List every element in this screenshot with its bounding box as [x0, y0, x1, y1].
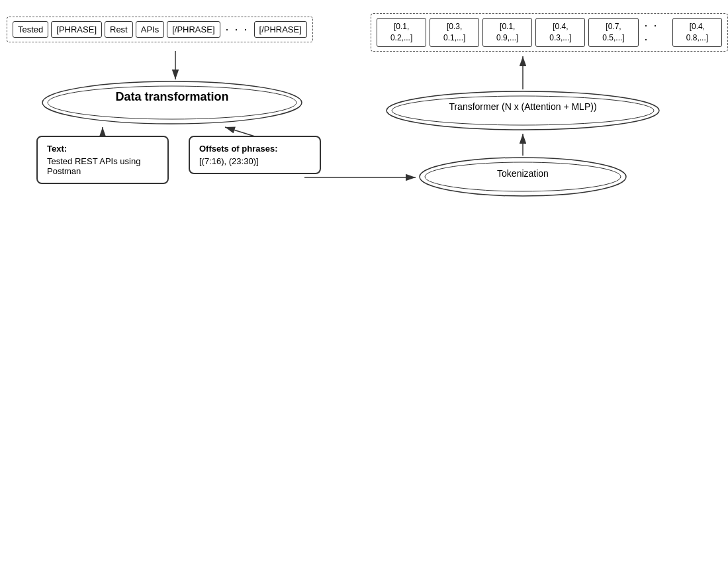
- token-phrase-close: [/PHRASE]: [167, 21, 220, 38]
- token-phrase-open: [PHRASE]: [51, 21, 102, 38]
- embed-1: [0.3, 0.1,...]: [430, 18, 479, 47]
- token-rest: Rest: [105, 21, 133, 38]
- token-phrase-close2: [/PHRASE]: [254, 21, 307, 38]
- data-transformation-ellipse: [40, 79, 304, 126]
- token-dots: · · ·: [223, 23, 251, 36]
- svg-point-3: [392, 96, 654, 125]
- diagram-container: Tested [PHRASE] Rest APIs [/PHRASE] · · …: [0, 7, 728, 271]
- svg-line-10: [225, 127, 255, 136]
- embed-4: [0.7, 0.5,...]: [588, 18, 638, 47]
- svg-point-1: [48, 86, 296, 119]
- token-row: Tested [PHRASE] Rest APIs [/PHRASE] · · …: [7, 17, 313, 42]
- text-input-box: Text: Tested REST APIs using Postman: [36, 136, 169, 184]
- embed-3: [0.4, 0.3,...]: [535, 18, 585, 47]
- embed-2: [0.1, 0.9,...]: [482, 18, 532, 47]
- embedding-row: [0.1, 0.2,...] [0.3, 0.1,...] [0.1, 0.9,…: [371, 13, 728, 52]
- text-input-value: Tested REST APIs using Postman: [47, 156, 158, 176]
- offsets-value: [(7:16), (23:30)]: [199, 156, 310, 166]
- token-tested: Tested: [13, 21, 48, 38]
- tokenization-ellipse: [417, 156, 629, 199]
- transformer-ellipse: [384, 89, 662, 132]
- embed-5: [0.4, 0.8,...]: [672, 18, 722, 47]
- token-apis: APIs: [136, 21, 164, 38]
- text-input-label: Text:: [47, 144, 158, 154]
- embed-0: [0.1, 0.2,...]: [377, 18, 426, 47]
- svg-point-5: [425, 162, 621, 191]
- offsets-box: Offsets of phrases: [(7:16), (23:30)]: [189, 136, 321, 174]
- embed-dots: · · ·: [642, 19, 669, 46]
- offsets-label: Offsets of phrases:: [199, 144, 310, 154]
